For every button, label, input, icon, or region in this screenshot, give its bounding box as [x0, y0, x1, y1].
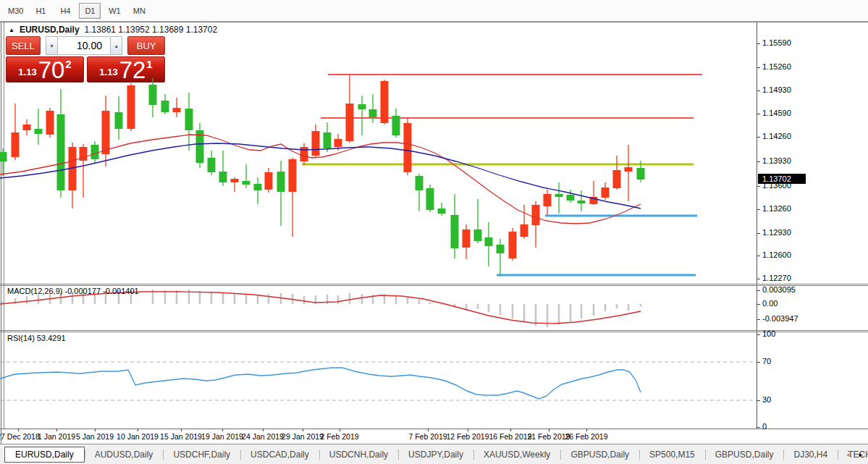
price-axis-label-tick	[757, 161, 760, 162]
candle-body	[300, 147, 308, 161]
price-axis-label: 1.12270	[762, 274, 791, 282]
timeframe-button-w1[interactable]: W1	[104, 3, 125, 19]
chart-tab-dj30-h4[interactable]: DJ30,H4	[783, 447, 838, 463]
chart-tab-eurusd-daily[interactable]: EURUSD,Daily	[4, 447, 85, 463]
timeframe-button-h1[interactable]: H1	[30, 3, 51, 19]
price-axis-label-tick	[757, 43, 760, 44]
price-axis-label-tick	[757, 90, 760, 91]
price-axis-label: 1.14590	[762, 109, 791, 117]
price-axis-label: 1.15260	[762, 62, 791, 71]
date-axis-tick	[263, 429, 264, 431]
rsi-axis-label-tick	[757, 427, 760, 428]
candle-body	[426, 188, 434, 210]
price-axis-label-tick	[757, 279, 760, 279]
candle-body	[358, 104, 366, 109]
price-axis-label: 1.12930	[762, 228, 791, 237]
chart-tabbar: EURUSD,DailyAUDUSD,DailyUSDCHF,DailyUSDC…	[0, 444, 868, 464]
chart-tab-gbpusd-daily[interactable]: GBPUSD,Daily	[560, 447, 639, 463]
macd-signal-line	[0, 292, 641, 324]
date-axis-tick	[340, 429, 340, 431]
candle-body	[613, 170, 621, 188]
timeframe-button-d1[interactable]: D1	[79, 3, 101, 19]
macd-axis-label: 0.00	[762, 299, 778, 308]
candle-body	[46, 111, 54, 135]
candle-body	[474, 229, 482, 241]
chart-tab-usdcad-daily[interactable]: USDCAD,Daily	[240, 447, 319, 463]
tabs-scroll-right-icon[interactable]: ►	[858, 452, 864, 458]
date-axis-label: 29 Jan 2019	[282, 432, 324, 441]
date-axis-tick	[549, 429, 549, 431]
macd-axis-label: -0.003947	[762, 314, 799, 323]
candle-body	[265, 172, 273, 190]
date-axis-label: 5 Jan 2019	[76, 432, 114, 441]
date-axis-label: 15 Jan 2019	[160, 432, 202, 441]
rsi-line	[0, 368, 641, 399]
candle-body	[219, 172, 227, 182]
date-axis-label: 7 Feb 2019	[408, 432, 447, 441]
timeframe-button-mn[interactable]: MN	[128, 3, 150, 19]
candle-body	[0, 152, 7, 161]
candle-body	[312, 131, 320, 156]
price-axis-label: 1.13930	[762, 156, 791, 165]
candle-body	[602, 187, 610, 198]
candle-body	[102, 111, 110, 154]
tabs-scroll-left-icon[interactable]: ◄	[845, 452, 851, 458]
date-axis-tick	[222, 429, 223, 431]
date-axis-tick	[18, 429, 19, 431]
chart-tab-usdcnh-daily[interactable]: USDCNH,Daily	[319, 447, 398, 463]
candle-body	[185, 109, 193, 130]
toolbar-separator	[156, 3, 156, 19]
candle-body	[115, 112, 123, 129]
candle-body	[625, 167, 633, 172]
chart-tab-usdchf-daily[interactable]: USDCHF,Daily	[163, 447, 240, 463]
chart-tab-usdjpy-daily[interactable]: USDJPY,Daily	[398, 447, 473, 463]
macd-axis-label-tick	[757, 304, 760, 305]
rsi-axis-label: 70	[762, 357, 771, 366]
candle-body	[208, 158, 216, 172]
candle-body	[381, 81, 389, 123]
price-axis-label: 1.14930	[762, 85, 791, 94]
date-axis-label: 21 Feb 2019	[528, 432, 570, 441]
price-axis-label: 1.14260	[762, 132, 791, 140]
candle-body	[91, 145, 99, 159]
date-axis-label: 26 Feb 2019	[565, 432, 608, 441]
candle-body	[127, 85, 135, 129]
rsi-axis-label: 30	[762, 395, 771, 404]
main-chart-canvas[interactable]	[0, 22, 757, 284]
candle-body	[578, 201, 586, 203]
price-axis-label-tick	[757, 137, 760, 138]
chart-tab-audusd-daily[interactable]: AUDUSD,Daily	[85, 447, 164, 463]
candle-body	[369, 109, 377, 117]
candle-body	[57, 114, 65, 190]
candle-body	[35, 129, 43, 134]
timeframe-button-h4[interactable]: H4	[54, 3, 76, 19]
chart-tab-sp500-m15[interactable]: SP500,M15	[639, 447, 705, 463]
chart-tab-gbpusd-daily[interactable]: GBPUSD,Daily	[705, 447, 784, 463]
date-axis-tick	[428, 429, 429, 431]
rsi-axis-label: 100	[762, 329, 775, 338]
timeframe-button-m30[interactable]: M30	[4, 3, 27, 19]
candle-body	[277, 172, 285, 192]
date-axis-tick	[95, 429, 96, 431]
date-axis-tick	[56, 429, 57, 431]
candle-body	[497, 245, 505, 253]
chart-tab-xauusd-weekly[interactable]: XAUUSD,Weekly	[473, 447, 560, 463]
rsi-axis-label-tick	[757, 362, 760, 363]
candle-body	[532, 205, 540, 225]
date-axis-tick	[181, 429, 182, 431]
candle-body	[334, 139, 342, 147]
date-axis-tick	[468, 429, 468, 431]
price-axis-label: 1.15590	[762, 38, 791, 47]
candle-body	[509, 232, 517, 258]
price-axis-label-tick	[757, 186, 760, 187]
candle-body	[324, 132, 332, 148]
candle-body	[243, 181, 250, 185]
date-axis-label: 19 Jan 2019	[201, 432, 243, 441]
candle-body	[485, 237, 493, 246]
rsi-axis-label-tick	[757, 334, 760, 335]
date-axis-label: 10 Jan 2019	[117, 432, 159, 441]
rsi-axis-label: 0	[762, 422, 767, 431]
rsi-pane-canvas[interactable]	[0, 332, 757, 429]
mt4-window: M30H1H4D1W1MN ▲ EURUSD,Daily 1.13861 1.1…	[0, 0, 868, 464]
date-axis-label: 24 Jan 2019	[242, 432, 284, 441]
